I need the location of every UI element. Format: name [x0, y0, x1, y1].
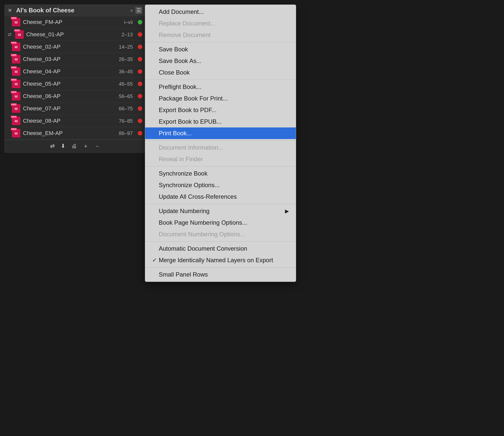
menu-item-label: Save Book: [159, 46, 188, 53]
menu-item-export-pdf[interactable]: Export Book to PDF...: [145, 104, 296, 116]
status-indicator: [138, 45, 142, 49]
doc-type-icon: INDD: [12, 129, 20, 138]
menu-item-save-book-as[interactable]: Save Book As...: [145, 55, 296, 67]
save-button[interactable]: ⬇: [61, 143, 65, 149]
status-indicator: [138, 20, 142, 24]
add-document-button[interactable]: ＋: [83, 142, 88, 150]
menu-item-merge-layers[interactable]: ✓ Merge Identically Named Layers on Expo…: [145, 254, 296, 266]
list-item[interactable]: INDD Cheese_06-AP 56–65: [5, 90, 145, 103]
menu-item-package-book[interactable]: Package Book For Print...: [145, 93, 296, 104]
status-indicator: [138, 94, 142, 98]
status-indicator: [138, 82, 142, 86]
menu-item-label: Book Page Numbering Options...: [159, 219, 247, 226]
doc-pages: 76–85: [118, 118, 133, 124]
menu-item-reveal-finder: Reveal in Finder: [145, 153, 296, 165]
doc-pages: 46–55: [118, 81, 133, 87]
doc-name: Cheese_02-AP: [23, 44, 115, 50]
doc-name: Cheese_01-AP: [26, 31, 115, 38]
panel-header-left: ✕ Al's Book of Cheese: [8, 7, 74, 14]
status-indicator: [138, 57, 142, 61]
menu-item-label: Document Information...: [159, 144, 223, 151]
list-item[interactable]: INDD Cheese_05-AP 46–55: [5, 78, 145, 90]
list-item[interactable]: INDD Cheese_FM-AP i–vii: [5, 16, 145, 28]
sync-icon: ⇄: [8, 32, 12, 37]
menu-item-label: Close Book: [159, 69, 190, 76]
list-item[interactable]: INDD Cheese_03-AP 26–35: [5, 53, 145, 65]
menu-item-synchronize-options[interactable]: Synchronize Options...: [145, 179, 296, 191]
menu-item-label: Remove Document: [159, 31, 210, 39]
menu-item-document-numbering: Document Numbering Options...: [145, 228, 296, 240]
doc-pages: 66–75: [118, 106, 133, 112]
context-menu: Add Document... Replace Document... Remo…: [145, 5, 296, 282]
doc-type-icon: INDD: [12, 117, 20, 125]
list-item[interactable]: INDD Cheese_07-AP 66–75: [5, 103, 145, 115]
list-item[interactable]: INDD Cheese_04-AP 36–45: [5, 65, 145, 78]
menu-item-print-book[interactable]: Print Book...: [145, 127, 296, 139]
submenu-arrow-icon: ▶: [285, 208, 289, 214]
menu-item-save-book[interactable]: Save Book: [145, 44, 296, 55]
doc-type-icon: INDD: [12, 92, 20, 100]
menu-item-document-information: Document Information...: [145, 142, 296, 153]
menu-item-book-page-numbering[interactable]: Book Page Numbering Options...: [145, 217, 296, 228]
menu-item-label: Add Document...: [159, 8, 204, 15]
doc-type-icon: INDD: [12, 43, 20, 51]
menu-separator: [145, 241, 296, 242]
menu-item-synchronize-book[interactable]: Synchronize Book: [145, 168, 296, 179]
panel-toolbar: ⇄ ⬇ 🖨 ＋ －: [5, 140, 145, 152]
doc-type-icon: INDD: [12, 104, 20, 113]
menu-item-label: Export Book to PDF...: [159, 107, 216, 114]
menu-separator: [145, 204, 296, 204]
status-indicator: [138, 119, 142, 123]
close-icon[interactable]: ✕: [8, 7, 12, 13]
doc-type-icon: INDD: [12, 18, 20, 26]
doc-pages: 2–13: [118, 32, 133, 38]
doc-name: Cheese_FM-AP: [23, 19, 115, 25]
doc-pages: 14–25: [118, 44, 133, 50]
menu-item-preflight-book[interactable]: Preflight Book...: [145, 81, 296, 93]
doc-pages: i–vii: [118, 19, 133, 25]
doc-name: Cheese_05-AP: [23, 81, 115, 87]
list-item[interactable]: INDD Cheese_02-AP 14–25: [5, 41, 145, 53]
doc-pages: 56–65: [118, 93, 133, 99]
panel-menu-icon[interactable]: ☰: [135, 7, 142, 14]
menu-item-update-cross-references[interactable]: Update All Cross-References: [145, 191, 296, 203]
remove-document-button[interactable]: －: [94, 142, 100, 150]
doc-name: Cheese_03-AP: [23, 56, 115, 62]
checkmark-icon: ✓: [152, 257, 157, 263]
status-indicator: [138, 106, 142, 111]
doc-type-icon: INDD: [12, 55, 20, 63]
print-button[interactable]: 🖨: [71, 143, 77, 149]
menu-item-remove-document: Remove Document: [145, 29, 296, 41]
status-indicator: [138, 32, 142, 37]
doc-type-icon: INDD: [12, 80, 20, 88]
menu-item-export-epub[interactable]: Export Book to EPUB...: [145, 116, 296, 127]
doc-type-icon: INDD: [15, 30, 24, 39]
menu-item-update-numbering[interactable]: Update Numbering ▶: [145, 205, 296, 217]
menu-separator: [145, 267, 296, 267]
sync-documents-button[interactable]: ⇄: [50, 143, 55, 149]
status-indicator: [138, 69, 142, 74]
menu-item-small-panel-rows[interactable]: Small Panel Rows: [145, 269, 296, 280]
doc-name: Cheese_08-AP: [23, 118, 115, 124]
menu-item-label: Package Book For Print...: [159, 95, 228, 102]
document-list: INDD Cheese_FM-AP i–vii ⇄ INDD Cheese_01…: [5, 16, 145, 140]
panel-header: ✕ Al's Book of Cheese « ☰: [5, 5, 145, 16]
menu-item-add-document[interactable]: Add Document...: [145, 6, 296, 18]
list-item[interactable]: ⇄ INDD Cheese_01-AP 2–13: [5, 28, 145, 41]
menu-separator: [145, 166, 296, 166]
collapse-icon[interactable]: «: [130, 8, 133, 13]
menu-separator: [145, 42, 296, 42]
menu-item-label: Print Book...: [159, 130, 192, 137]
doc-pages: 26–35: [118, 56, 133, 62]
menu-item-label: Save Book As...: [159, 57, 201, 64]
doc-pages: 86–97: [118, 130, 133, 136]
menu-item-automatic-doc-conversion[interactable]: Automatic Document Conversion: [145, 243, 296, 254]
list-item[interactable]: INDD Cheese_EM-AP 86–97: [5, 127, 145, 140]
menu-item-label: Replace Document...: [159, 20, 215, 27]
menu-item-label: Merge Identically Named Layers on Export: [159, 257, 273, 264]
menu-item-label: Small Panel Rows: [159, 271, 208, 278]
menu-item-close-book[interactable]: Close Book: [145, 67, 296, 78]
menu-separator: [145, 140, 296, 141]
menu-item-label: Automatic Document Conversion: [159, 245, 247, 252]
list-item[interactable]: INDD Cheese_08-AP 76–85: [5, 115, 145, 127]
